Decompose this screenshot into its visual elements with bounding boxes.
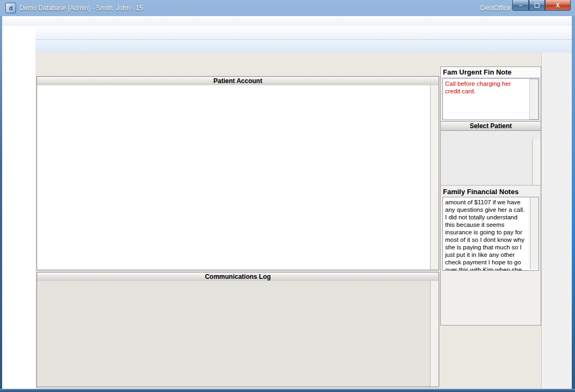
right-panel-body: Fam Urgent Fin Note Call before charging… [440,66,541,326]
select-patient-scrollbar[interactable] [532,139,541,185]
title-bar: d Demo Database {Admin} - Smith, John - … [0,0,575,16]
financial-notes-box[interactable]: amount of $1107 if we have any questions… [442,197,539,271]
urgent-note-text: Call before charging her credit card. [443,79,528,96]
right-panel-tabs [440,55,541,66]
close-button[interactable]: X [545,0,571,11]
patient-account-title: Patient Account [37,76,439,86]
minimize-button[interactable]: – [512,0,529,11]
commlog-scrollbar[interactable] [430,281,439,387]
right-panel: Fam Urgent Fin Note Call before charging… [440,55,541,387]
window-title: Demo Database {Admin} - Smith, John - 15 [19,4,143,12]
select-patient-headers [441,131,541,139]
app-icon: d [5,3,16,13]
financial-notes-title: Family Financial Notes [441,186,541,197]
window-border-bottom [0,389,575,392]
app-window: d Demo Database {Admin} - Smith, John - … [0,0,575,392]
select-patient-list[interactable] [441,131,541,186]
communications-log-title: Communications Log [37,272,439,282]
window-border-left [0,16,2,392]
toolbar-row-1 [35,26,572,40]
financial-notes-text: amount of $1107 if we have any questions… [443,197,529,271]
toolbar-row-2 [35,40,572,53]
patient-account-table[interactable] [37,85,439,270]
right-filler [541,53,572,389]
brand-label: DentOffice [481,4,511,12]
select-patient-title: Select Patient [441,121,541,131]
menu-bar [2,16,572,26]
account-module: Patient Account Communications Log Fam U… [35,53,572,389]
financial-notes-scrollbar[interactable] [530,197,538,269]
urgent-note-box[interactable]: Call before charging her credit card. [442,78,539,120]
toolbar [35,26,572,53]
urgent-note-title: Fam Urgent Fin Note [441,67,541,78]
maximize-button[interactable]: ▢ [529,0,545,11]
window-controls: – ▢ X [512,0,571,11]
communications-log-table[interactable] [37,281,439,387]
window-border-right [572,16,575,392]
account-scrollbar[interactable] [430,85,439,270]
urgent-note-scrollbar[interactable] [529,79,538,120]
module-sidebar [2,26,36,389]
